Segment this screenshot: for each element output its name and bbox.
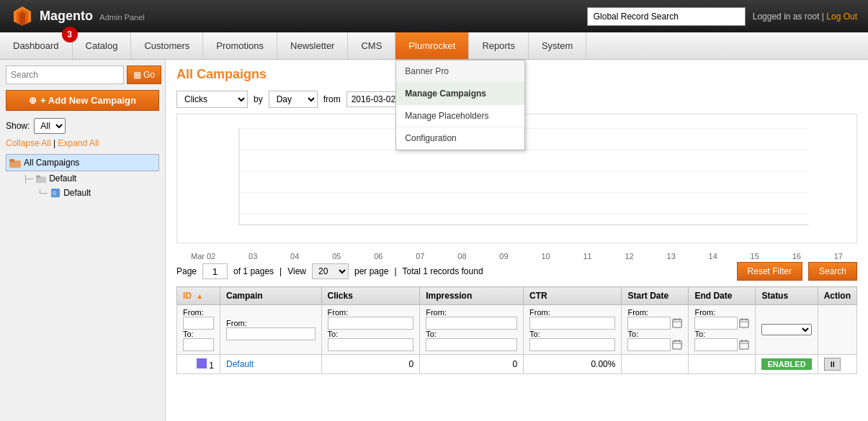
filter-ctr-from[interactable] <box>529 317 615 330</box>
tree-child-default: ├─ Default <box>6 171 159 186</box>
show-select[interactable]: All <box>34 118 66 134</box>
nav-item-system[interactable]: System <box>529 32 586 59</box>
svg-rect-28 <box>740 320 748 327</box>
campaign-link[interactable]: Default <box>226 359 254 369</box>
col-header-start-date[interactable]: Start Date <box>622 287 689 305</box>
magento-logo-icon <box>11 5 34 28</box>
nav-item-dashboard[interactable]: Dashboard 3 <box>0 32 73 59</box>
header-right: Logged in as root | Log Out <box>587 7 857 26</box>
nav-item-newsletter[interactable]: Newsletter <box>277 32 348 59</box>
filter-status-select[interactable]: Enabled Disabled <box>761 324 811 335</box>
logo-sub-text: Admin Panel <box>99 13 144 22</box>
period-select[interactable]: Day Week Month <box>269 91 318 108</box>
nav-item-customers[interactable]: Customers <box>131 32 203 59</box>
filter-end-from[interactable] <box>694 317 738 330</box>
color-swatch <box>197 358 207 368</box>
dropdown-manage-campaigns[interactable]: Manage Campaigns <box>396 83 524 105</box>
metric-select[interactable]: Clicks Impressions CTR <box>176 91 248 108</box>
filter-impression: From: To: <box>420 305 524 355</box>
svg-rect-6 <box>36 176 40 178</box>
svg-rect-34 <box>746 340 747 343</box>
tree-item-default-banner[interactable]: └─ G Default <box>35 186 159 200</box>
collapse-all-link[interactable]: Collapse All <box>6 138 51 148</box>
tree-grandchild-default: └─ G Default <box>6 186 159 200</box>
expand-all-link[interactable]: Expand All <box>58 138 99 148</box>
page-input[interactable] <box>202 263 228 279</box>
search-input[interactable] <box>6 65 124 84</box>
nav-item-cms[interactable]: CMS <box>348 32 395 59</box>
svg-rect-21 <box>675 318 676 321</box>
table-filter-row: From: To: From: From: To: <box>177 305 857 355</box>
col-header-action[interactable]: Action <box>818 287 856 305</box>
cal-icon-start-to[interactable] <box>672 340 682 350</box>
svg-rect-24 <box>673 341 681 349</box>
col-header-id[interactable]: ID ▲ <box>177 287 220 305</box>
dropdown-manage-placeholders[interactable]: Manage Placeholders <box>396 105 524 127</box>
sort-icon: ▲ <box>196 292 203 300</box>
filter-impression-to[interactable] <box>426 338 517 351</box>
filter-id-from[interactable] <box>183 317 214 330</box>
cell-clicks: 0 <box>321 355 420 374</box>
logo-text-area: Magento Admin Panel <box>40 9 145 24</box>
cal-icon-end-to[interactable] <box>739 340 749 350</box>
per-page-label: per page <box>354 266 388 276</box>
cal-icon-start-from[interactable] <box>672 318 682 328</box>
pause-button[interactable]: ⏸ <box>824 358 841 371</box>
default-banner-label: Default <box>63 188 91 198</box>
all-campaigns-label: All Campaigns <box>24 158 79 168</box>
nav-item-catalog[interactable]: Catalog <box>73 32 132 59</box>
svg-rect-4 <box>9 159 14 162</box>
nav-item-reports[interactable]: Reports <box>469 32 529 59</box>
filter-campaign: From: <box>220 305 322 355</box>
filter-end-to[interactable] <box>694 338 738 351</box>
filter-start-to[interactable] <box>627 338 671 351</box>
col-header-campaign[interactable]: Campain <box>220 287 322 305</box>
table-row: 1 Default 0 0 0.00% <box>177 355 857 374</box>
nav-item-plumrocket[interactable]: Plumrocket Banner Pro Manage Campaigns M… <box>395 32 469 59</box>
dropdown-banner-pro[interactable]: Banner Pro <box>396 60 524 83</box>
col-header-ctr[interactable]: CTR <box>524 287 622 305</box>
filter-status: Enabled Disabled <box>756 305 818 355</box>
by-label: by <box>254 94 263 104</box>
nav-bar: Dashboard 3 Catalog Customers Promotions… <box>0 32 868 60</box>
filter-id-to[interactable] <box>183 338 214 351</box>
header-user-info: Logged in as root | Log Out <box>753 12 857 22</box>
view-select[interactable]: 20 30 50 100 200 <box>312 263 349 279</box>
col-header-impression[interactable]: Impression <box>420 287 524 305</box>
filter-start-from[interactable] <box>627 317 671 330</box>
logout-link[interactable]: Log Out <box>826 12 857 22</box>
pipe-sep2: | <box>394 266 396 276</box>
col-header-clicks[interactable]: Clicks <box>321 287 420 305</box>
col-header-status[interactable]: Status <box>756 287 818 305</box>
filter-impression-from[interactable] <box>426 317 517 330</box>
collapse-expand-links: Collapse All | Expand All <box>6 138 159 148</box>
filter-clicks: From: To: <box>321 305 420 355</box>
filter-clicks-to[interactable] <box>328 338 414 351</box>
cal-icon-end-from[interactable] <box>739 318 749 328</box>
go-button[interactable]: ▦ Go <box>127 65 161 84</box>
tree-item-default-folder[interactable]: ├─ Default <box>20 171 159 186</box>
banner-icon: G <box>50 188 61 198</box>
tree-item-all-campaigns[interactable]: All Campaigns <box>6 154 159 171</box>
global-search-input[interactable] <box>587 7 746 26</box>
filter-ctr-to[interactable] <box>529 338 615 351</box>
dropdown-configuration[interactable]: Configuration <box>396 127 524 150</box>
total-records: Total 1 records found <box>403 266 483 276</box>
svg-rect-22 <box>679 318 680 321</box>
reset-filter-button[interactable]: Reset Filter <box>737 262 802 281</box>
search-button[interactable]: Search <box>808 262 857 281</box>
view-label: View <box>287 266 306 276</box>
col-header-end-date[interactable]: End Date <box>689 287 756 305</box>
add-campaign-button[interactable]: ⊕ + Add New Campaign <box>6 90 159 111</box>
from-label: from <box>323 94 341 104</box>
nav-item-promotions[interactable]: Promotions <box>203 32 277 59</box>
search-icon: ▦ <box>133 70 141 80</box>
filter-clicks-from[interactable] <box>328 317 414 330</box>
svg-rect-32 <box>740 341 748 349</box>
svg-rect-25 <box>675 340 676 343</box>
plus-icon: ⊕ <box>29 95 37 106</box>
filter-end-date: From: To: <box>689 305 756 355</box>
badge-3: 3 <box>62 27 78 42</box>
folder-icon <box>36 173 46 184</box>
filter-campaign-from[interactable] <box>226 327 316 340</box>
